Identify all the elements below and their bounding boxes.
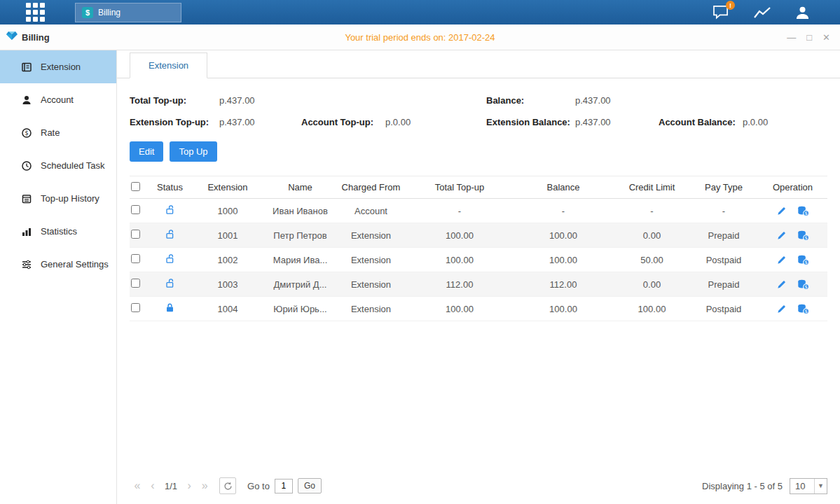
sidebar-item-topup-history[interactable]: Top-up History	[0, 182, 116, 215]
svg-text:$: $	[25, 130, 28, 136]
tab-extension[interactable]: Extension	[130, 52, 207, 78]
cell-balance: 112.00	[511, 279, 615, 290]
cell-total-topup: 112.00	[408, 279, 511, 290]
edit-row-icon[interactable]	[776, 230, 787, 241]
select-all-checkbox[interactable]	[131, 182, 140, 191]
first-page-icon[interactable]: «	[130, 480, 145, 491]
prev-page-icon[interactable]: ‹	[145, 480, 160, 491]
rate-icon: $	[21, 127, 32, 139]
topbar-tab-label: Billing	[98, 8, 121, 18]
cell-credit-limit: 0.00	[615, 279, 689, 290]
top-up-button[interactable]: Top Up	[170, 141, 216, 162]
col-total-topup: Total Top-up	[408, 182, 511, 192]
next-page-icon[interactable]: ›	[181, 480, 197, 491]
topup-row-icon[interactable]: $	[797, 279, 809, 290]
sidebar-item-scheduled-task[interactable]: Scheduled Task	[0, 149, 116, 182]
page-size-select[interactable]: 10 ▼	[790, 478, 827, 494]
billing-logo-icon	[6, 31, 18, 43]
edit-row-icon[interactable]	[776, 206, 787, 216]
last-page-icon[interactable]: »	[197, 480, 212, 491]
cell-charged-from: Account	[334, 206, 408, 216]
row-checkbox[interactable]	[131, 230, 140, 239]
sidebar-item-statistics[interactable]: Statistics	[0, 215, 116, 248]
extension-balance-value: p.437.00	[575, 117, 659, 127]
cell-pay-type: Prepaid	[689, 230, 759, 241]
total-topup-label: Total Top-up:	[130, 95, 219, 106]
sidebar-item-extension[interactable]: Extension	[0, 50, 116, 83]
svg-text:$: $	[805, 260, 808, 265]
row-checkbox[interactable]	[131, 279, 140, 288]
cell-charged-from: Extension	[334, 304, 408, 314]
col-pay-type: Pay Type	[689, 182, 759, 192]
sidebar-item-account[interactable]: Account	[0, 83, 116, 116]
row-checkbox[interactable]	[131, 303, 140, 312]
table-row: 1000 Иван Иванов Account - - - - $	[130, 199, 827, 223]
edit-row-icon[interactable]	[776, 255, 787, 265]
apps-grid-icon[interactable]	[26, 3, 45, 22]
sidebar-item-label: Scheduled Task	[41, 160, 105, 171]
locked-status-icon[interactable]	[165, 302, 175, 313]
sidebar-item-rate[interactable]: $ Rate	[0, 116, 116, 149]
displaying-text: Displaying 1 - 5 of 5	[702, 481, 783, 491]
unlocked-status-icon[interactable]	[165, 229, 175, 239]
row-checkbox[interactable]	[131, 205, 140, 214]
total-topup-value: p.437.00	[219, 95, 301, 106]
topup-row-icon[interactable]: $	[797, 255, 809, 265]
cell-extension: 1002	[189, 255, 266, 265]
pagination-bar: « ‹ 1/1 › » Go to Go Displaying 1 - 5 of…	[117, 476, 840, 496]
topup-row-icon[interactable]: $	[797, 230, 809, 241]
edit-button[interactable]: Edit	[130, 141, 163, 162]
sidebar-item-label: General Settings	[41, 259, 109, 270]
topup-row-icon[interactable]: $	[797, 206, 809, 216]
cell-name: Иван Иванов	[266, 206, 334, 216]
col-status: Status	[151, 182, 189, 192]
notification-badge: !	[726, 1, 735, 10]
maximize-button[interactable]: □	[806, 33, 812, 42]
close-button[interactable]: ✕	[822, 33, 830, 42]
cell-extension: 1001	[189, 230, 266, 241]
cell-total-topup: 100.00	[408, 230, 511, 241]
edit-row-icon[interactable]	[776, 304, 787, 314]
cell-pay-type: Postpaid	[689, 304, 759, 314]
sidebar-item-label: Account	[41, 94, 74, 105]
svg-text:$: $	[805, 235, 808, 241]
cell-extension: 1004	[189, 304, 266, 314]
svg-text:$: $	[805, 284, 808, 290]
topbar-tab-billing[interactable]: $ Billing	[75, 3, 181, 22]
page-info: 1/1	[165, 481, 177, 491]
cell-extension: 1003	[189, 279, 266, 290]
summary-panel: Total Top-up: p.437.00 Balance: p.437.00…	[130, 90, 840, 133]
unlocked-status-icon[interactable]	[165, 278, 175, 288]
sidebar-item-general-settings[interactable]: General Settings	[0, 248, 116, 281]
cell-extension: 1000	[189, 206, 266, 216]
row-checkbox[interactable]	[131, 254, 140, 263]
user-account-icon[interactable]	[794, 5, 811, 20]
go-button[interactable]: Go	[298, 478, 322, 493]
cell-credit-limit: 0.00	[615, 230, 689, 241]
cell-total-topup: 100.00	[408, 304, 511, 314]
sidebar: Extension Account $ Rate Scheduled Task …	[0, 50, 117, 504]
bar-chart-icon	[21, 226, 32, 237]
cell-balance: 100.00	[511, 255, 615, 265]
refresh-icon[interactable]	[219, 477, 236, 494]
activity-chart-icon[interactable]	[753, 6, 771, 20]
goto-page-input[interactable]	[275, 479, 293, 493]
edit-row-icon[interactable]	[776, 279, 787, 290]
balance-value: p.437.00	[575, 95, 659, 106]
cell-credit-limit: 50.00	[615, 255, 689, 265]
sidebar-item-label: Top-up History	[41, 193, 99, 204]
extension-table: Status Extension Name Charged From Total…	[130, 176, 827, 321]
cell-balance: 100.00	[511, 304, 615, 314]
account-topup-label: Account Top-up:	[301, 117, 385, 127]
messages-icon[interactable]: !	[712, 5, 730, 20]
unlocked-status-icon[interactable]	[165, 204, 175, 215]
trial-notice: Your trial period ends on: 2017-02-24	[0, 32, 840, 43]
col-credit-limit: Credit Limit	[615, 182, 689, 192]
page-size-value: 10	[795, 481, 805, 491]
col-extension: Extension	[189, 182, 266, 192]
topbar: $ Billing !	[0, 0, 840, 24]
extension-topup-value: p.437.00	[219, 117, 301, 127]
unlocked-status-icon[interactable]	[165, 253, 175, 264]
minimize-button[interactable]: —	[787, 33, 796, 42]
topup-row-icon[interactable]: $	[797, 304, 809, 314]
